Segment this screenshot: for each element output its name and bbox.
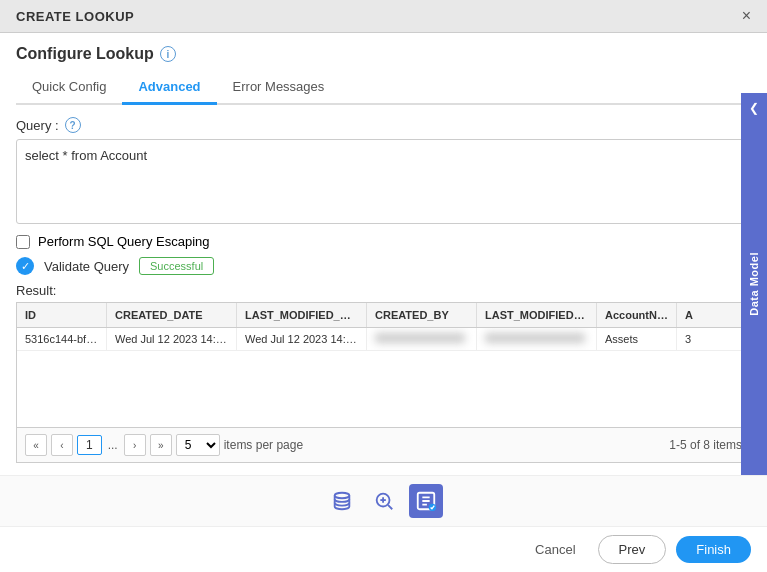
dialog-body: Configure Lookup i Quick Config Advanced… bbox=[0, 33, 767, 475]
table-body: 5316c144-bf20-ee11-b9c1-02f1061074 Wed J… bbox=[17, 328, 750, 427]
blurred-last-modified-by bbox=[485, 333, 585, 343]
col-header-account-name: AccountName bbox=[597, 303, 677, 327]
pagination-controls: « ‹ 1 ... › » 5 10 20 50 items per page bbox=[25, 434, 303, 456]
col-header-created-by: CREATED_BY bbox=[367, 303, 477, 327]
cell-account-name: Assets bbox=[597, 328, 677, 350]
sql-escaping-label: Perform SQL Query Escaping bbox=[38, 234, 209, 249]
dialog-title: CREATE LOOKUP bbox=[16, 9, 134, 24]
tabs-bar: Quick Config Advanced Error Messages bbox=[16, 73, 751, 105]
items-per-page-select[interactable]: 5 10 20 50 bbox=[176, 434, 220, 456]
result-label: Result: bbox=[16, 283, 751, 298]
data-model-panel[interactable]: ❮ Data Model bbox=[741, 93, 767, 475]
svg-line-2 bbox=[388, 505, 392, 509]
dialog-header: CREATE LOOKUP × bbox=[0, 0, 767, 33]
validate-query-button[interactable]: Validate Query bbox=[44, 259, 129, 274]
cell-last-modified-by bbox=[477, 328, 597, 350]
cell-id: 5316c144-bf20-ee11-b9c1-02f1061074 bbox=[17, 328, 107, 350]
col-header-last-modified-date: LAST_MODIFIED_DATE bbox=[237, 303, 367, 327]
table-header: ID CREATED_DATE LAST_MODIFIED_DATE CREAT… bbox=[17, 303, 750, 328]
cell-created-date: Wed Jul 12 2023 14:20:37 GMT+0530 (India bbox=[107, 328, 237, 350]
first-page-button[interactable]: « bbox=[25, 434, 47, 456]
validate-row: ✓ Validate Query Successful bbox=[16, 257, 751, 275]
blurred-created-by bbox=[375, 333, 465, 343]
cell-extra: 3 bbox=[677, 328, 707, 350]
dialog-footer: Cancel Prev Finish bbox=[0, 526, 767, 572]
prev-page-button[interactable]: ‹ bbox=[51, 434, 73, 456]
last-page-button[interactable]: » bbox=[150, 434, 172, 456]
query-info-icon[interactable]: ? bbox=[65, 117, 81, 133]
finish-button[interactable]: Finish bbox=[676, 536, 751, 563]
bottom-toolbar bbox=[0, 475, 767, 526]
info-icon[interactable]: i bbox=[160, 46, 176, 62]
sql-escaping-row: Perform SQL Query Escaping bbox=[16, 234, 751, 249]
next-page-button[interactable]: › bbox=[124, 434, 146, 456]
page-ellipsis: ... bbox=[106, 438, 120, 452]
table-row: 5316c144-bf20-ee11-b9c1-02f1061074 Wed J… bbox=[17, 328, 750, 351]
search-zoom-icon-button[interactable] bbox=[367, 484, 401, 518]
configure-title-text: Configure Lookup bbox=[16, 45, 154, 63]
query-label-row: Query : ? bbox=[16, 117, 751, 133]
col-header-id: ID bbox=[17, 303, 107, 327]
cell-last-modified-date: Wed Jul 12 2023 14:20:37 GMT+0530 (India… bbox=[237, 328, 367, 350]
pagination-bar: « ‹ 1 ... › » 5 10 20 50 items per page … bbox=[17, 427, 750, 462]
cancel-button[interactable]: Cancel bbox=[523, 536, 587, 563]
cell-created-by bbox=[367, 328, 477, 350]
col-header-created-date: CREATED_DATE bbox=[107, 303, 237, 327]
tab-quick-config[interactable]: Quick Config bbox=[16, 73, 122, 105]
items-per-page-label: items per page bbox=[224, 438, 303, 452]
col-header-last-modified-by: LAST_MODIFIED_BY bbox=[477, 303, 597, 327]
query-label: Query : bbox=[16, 118, 59, 133]
query-input[interactable] bbox=[16, 139, 751, 224]
create-lookup-dialog: CREATE LOOKUP × Configure Lookup i Quick… bbox=[0, 0, 767, 572]
prev-button[interactable]: Prev bbox=[598, 535, 667, 564]
close-button[interactable]: × bbox=[742, 8, 751, 24]
result-table: ID CREATED_DATE LAST_MODIFIED_DATE CREAT… bbox=[16, 302, 751, 463]
database-icon-button[interactable] bbox=[325, 484, 359, 518]
col-header-extra: A bbox=[677, 303, 707, 327]
configure-title-row: Configure Lookup i bbox=[16, 45, 751, 63]
active-icon-button[interactable] bbox=[409, 484, 443, 518]
current-page[interactable]: 1 bbox=[77, 435, 102, 455]
validate-check-icon: ✓ bbox=[16, 257, 34, 275]
svg-point-0 bbox=[334, 493, 349, 499]
side-panel-chevron-icon: ❮ bbox=[749, 101, 759, 115]
sql-escaping-checkbox[interactable] bbox=[16, 235, 30, 249]
tab-advanced[interactable]: Advanced bbox=[122, 73, 216, 105]
pagination-total: 1-5 of 8 items bbox=[669, 438, 742, 452]
validate-status-badge: Successful bbox=[139, 257, 214, 275]
side-panel-label: Data Model bbox=[748, 252, 760, 316]
tab-error-messages[interactable]: Error Messages bbox=[217, 73, 341, 105]
